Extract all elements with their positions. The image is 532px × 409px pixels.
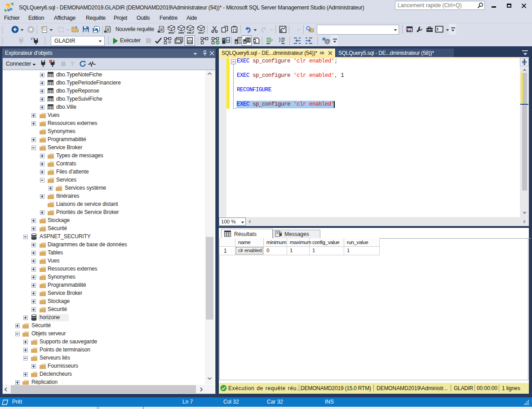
- svg-text:DMX: DMX: [178, 31, 184, 34]
- svg-text:DAX: DAX: [198, 31, 204, 34]
- svg-text:01: 01: [244, 41, 246, 43]
- svg-text:XMLA: XMLA: [187, 31, 194, 34]
- svg-text:MDX: MDX: [168, 31, 174, 34]
- svg-text:01: 01: [235, 41, 238, 43]
- svg-text:@: @: [324, 38, 330, 44]
